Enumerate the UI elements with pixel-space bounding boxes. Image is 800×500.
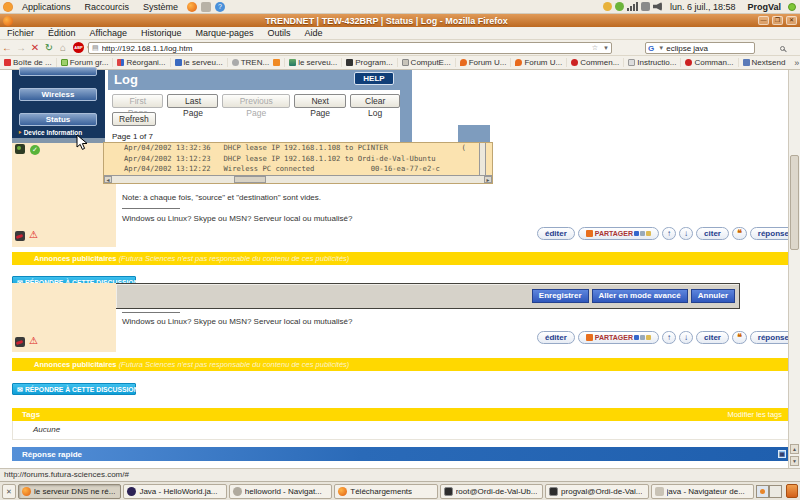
bookmark-star-icon[interactable]: ☆ xyxy=(589,44,601,52)
display-icon[interactable] xyxy=(641,2,650,11)
scroll-down-icon[interactable]: ▼ xyxy=(790,456,799,466)
workspace-2[interactable] xyxy=(769,485,782,498)
stop-icon[interactable]: ✕ xyxy=(28,41,42,55)
signal-strength-icon[interactable] xyxy=(627,2,638,11)
bookmark-item[interactable]: Comman... xyxy=(681,58,738,67)
collapse-icon[interactable]: ▦ xyxy=(778,450,786,458)
menu-systeme[interactable]: Système xyxy=(136,2,185,12)
last-page-button[interactable]: Last Page xyxy=(167,94,218,108)
move-down-button[interactable]: ↓ xyxy=(679,227,693,240)
advanced-mode-button[interactable]: Aller en mode avancé xyxy=(592,289,688,303)
bookmark-item[interactable]: ComputE... xyxy=(398,58,456,67)
page-scrollbar[interactable]: ▲ ▼ xyxy=(788,70,800,468)
router-sidebar-partial-button[interactable] xyxy=(19,67,97,76)
first-page-button[interactable]: First Page xyxy=(112,94,163,108)
edit-button[interactable]: éditer xyxy=(537,227,575,240)
multiquote-button[interactable]: ❝ xyxy=(732,331,747,344)
menu-fichier[interactable]: Fichier xyxy=(0,28,41,38)
trash-icon[interactable] xyxy=(786,484,798,498)
report-post-icon[interactable]: ⚠ xyxy=(29,230,39,240)
menu-raccourcis[interactable]: Raccourcis xyxy=(78,2,137,12)
ubuntu-logo-icon[interactable] xyxy=(3,2,13,12)
presence-status-icon[interactable] xyxy=(788,3,796,11)
reply-to-thread-button[interactable]: ✉RÉPONDRE À CETTE DISCUSSION xyxy=(12,383,136,395)
cancel-button[interactable]: Annuler xyxy=(691,289,735,303)
adblock-icon[interactable]: ABP xyxy=(73,42,84,53)
share-button[interactable]: PARTAGER xyxy=(578,331,659,344)
bookmark-item[interactable]: Forum U... xyxy=(511,58,567,67)
help-button[interactable]: HELP xyxy=(354,72,394,85)
share-button[interactable]: PARTAGER xyxy=(578,227,659,240)
clock[interactable]: lun. 6 juil., 18:58 xyxy=(665,2,741,12)
refresh-button[interactable]: Refresh xyxy=(112,112,156,126)
url-dropdown-icon[interactable]: ▼ xyxy=(601,45,611,51)
taskbar-item[interactable]: helloworld - Navigat... xyxy=(229,484,332,499)
reload-icon[interactable]: ↻ xyxy=(42,41,56,55)
router-sidebar-status[interactable]: Status xyxy=(19,113,97,126)
quote-button[interactable]: citer xyxy=(696,227,729,240)
menu-outils[interactable]: Outils xyxy=(261,28,298,38)
bookmark-item[interactable]: Forum U... xyxy=(456,58,512,67)
menu-historique[interactable]: Historique xyxy=(134,28,189,38)
volume-icon[interactable] xyxy=(653,2,662,11)
next-page-button[interactable]: Next Page xyxy=(294,94,346,108)
taskbar-item[interactable]: progval@Ordi-de-Val... xyxy=(545,484,648,499)
back-icon[interactable]: ← xyxy=(0,41,14,55)
close-button[interactable]: ✕ xyxy=(786,16,797,25)
bookmark-item[interactable]: Program... xyxy=(342,58,397,67)
bookmark-item[interactable]: Instructio... xyxy=(624,58,681,67)
firefox-launcher-icon[interactable] xyxy=(187,2,197,12)
network-icon[interactable] xyxy=(615,2,624,11)
workspace-1[interactable] xyxy=(756,485,769,498)
taskbar-item[interactable]: le serveur DNS ne ré... xyxy=(18,484,121,499)
router-sidebar-wireless[interactable]: Wireless xyxy=(19,88,97,101)
multiquote-button[interactable]: ❝ xyxy=(732,227,747,240)
quote-button[interactable]: citer xyxy=(696,331,729,344)
forward-icon[interactable]: → xyxy=(14,41,28,55)
bookmark-item[interactable]: Forum gr... xyxy=(57,58,114,67)
search-engine-icon[interactable]: G xyxy=(646,44,656,53)
bookmark-item[interactable]: le serveu... xyxy=(285,58,342,67)
previous-page-button[interactable]: Previous Page xyxy=(222,94,289,108)
reputation-icon[interactable] xyxy=(15,231,25,241)
report-post-icon[interactable]: ⚠ xyxy=(29,336,39,346)
taskbar-item[interactable]: java - Navigateur de... xyxy=(651,484,754,499)
minimize-button[interactable]: — xyxy=(758,16,769,25)
home-launcher-icon[interactable] xyxy=(201,2,211,12)
search-engine-dropdown-icon[interactable]: ▼ xyxy=(656,45,666,51)
maximize-button[interactable]: ❐ xyxy=(772,16,783,25)
menu-applications[interactable]: Applications xyxy=(15,2,78,12)
user-menu[interactable]: ProgVal xyxy=(743,2,785,12)
taskbar-item[interactable]: Java - HelloWorld.ja... xyxy=(123,484,226,499)
workspace-switcher[interactable] xyxy=(756,485,782,498)
move-up-button[interactable]: ↑ xyxy=(662,331,676,344)
bookmarks-overflow-icon[interactable]: » xyxy=(789,58,800,68)
menu-affichage[interactable]: Affichage xyxy=(83,28,134,38)
bookmark-item[interactable]: Boîte de ... xyxy=(0,58,57,67)
search-icon[interactable] xyxy=(780,46,785,51)
bookmark-item[interactable]: TREN... xyxy=(228,58,285,67)
show-desktop-button[interactable]: ✕ xyxy=(2,484,16,499)
taskbar-item[interactable]: Téléchargements xyxy=(334,484,437,499)
scrollbar-thumb[interactable] xyxy=(790,155,799,250)
url-bar[interactable]: ▤ ☆ ▼ xyxy=(88,42,612,54)
edit-tags-link[interactable]: Modifier les tags xyxy=(727,410,790,419)
bookmark-item[interactable]: Commen... xyxy=(567,58,624,67)
reputation-icon[interactable] xyxy=(15,337,25,347)
scroll-up-icon[interactable]: ▲ xyxy=(790,444,799,454)
bookmark-item[interactable]: Nextsend xyxy=(739,58,790,67)
save-button[interactable]: Enregistrer xyxy=(532,289,589,303)
search-bar[interactable]: G ▼ xyxy=(645,42,755,54)
router-sidebar-device-information[interactable]: ‣ Device Information xyxy=(18,129,104,137)
help-launcher-icon[interactable]: ? xyxy=(215,2,225,12)
bookmark-item[interactable]: le serveu... xyxy=(171,58,228,67)
move-up-button[interactable]: ↑ xyxy=(662,227,676,240)
search-input[interactable] xyxy=(666,43,776,53)
move-down-button[interactable]: ↓ xyxy=(679,331,693,344)
attached-log-screenshot[interactable]: Apr/04/2002 13:32:36 DHCP lease IP 192.1… xyxy=(103,142,493,184)
menu-marque-pages[interactable]: Marque-pages xyxy=(188,28,260,38)
clear-log-button[interactable]: Clear Log xyxy=(350,94,400,108)
update-icon[interactable] xyxy=(603,2,612,11)
menu-edition[interactable]: Édition xyxy=(41,28,83,38)
edit-button[interactable]: éditer xyxy=(537,331,575,344)
